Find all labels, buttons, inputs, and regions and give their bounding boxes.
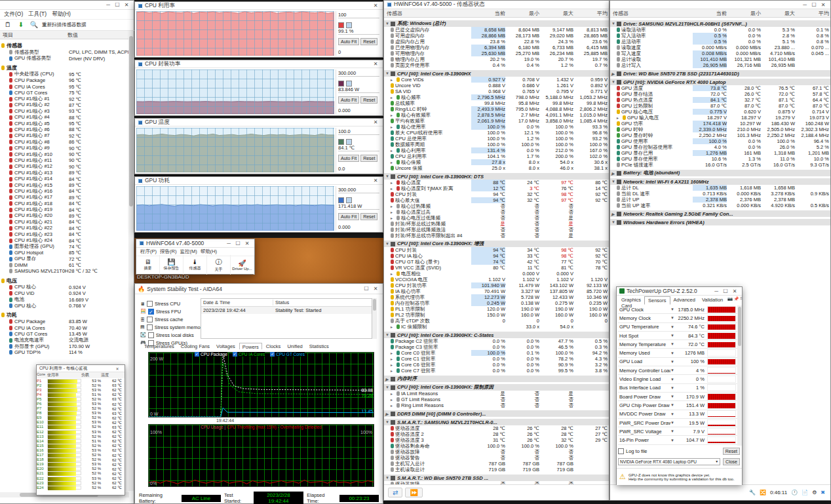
expand-arrow-icon[interactable]: ▼	[611, 80, 616, 84]
sensor-row[interactable]: 页面文件使用率0.4 %0.4 %1.2 %0.7 %	[384, 62, 609, 68]
sensor-group-header[interactable]: ▼S.M.A.R.T.: WD Blue SN570 2TB SSD ...	[384, 475, 609, 481]
sensor-group-header[interactable]: ▼CPU [#0]: Intel Core i9-13900HX	[384, 70, 609, 77]
legend-checkbox-checked[interactable]: ✓	[270, 352, 275, 357]
expand-arrow-icon[interactable]: ▼	[385, 242, 390, 246]
minimize-icon[interactable]: ─	[104, 2, 113, 8]
expand-arrow-icon[interactable]: ▼	[385, 385, 390, 389]
clock-icon[interactable]: 🕐	[791, 490, 798, 495]
tab-validation[interactable]: Validation	[699, 296, 726, 305]
gpuz-sensor-row[interactable]: GPU Clock▼1785.0 MHz	[618, 305, 737, 314]
dropdown-arrow-icon[interactable]: ▼	[670, 438, 677, 442]
sensor-group-header[interactable]: ▼Drive: SAMSUNG MZVL21T0HCLR-00BH1 (S67V…	[610, 20, 830, 27]
aida-titlebar[interactable]: ─☐✕	[0, 1, 134, 10]
sensor-group-header[interactable]: ▶Battery: 电池 (abundant)	[610, 170, 830, 176]
tab-powers[interactable]: Powers	[239, 343, 262, 349]
gpuz-sensor-row[interactable]: Hot Spot▼84.3 °C	[618, 332, 737, 340]
checkbox-unchecked[interactable]	[147, 317, 153, 322]
sensor-row[interactable]: 主机读取总计719 GB719 GB719 GB	[384, 467, 609, 473]
dropdown-arrow-icon[interactable]: ▼	[670, 368, 677, 372]
sensor-row[interactable]: CPU #1/核心 #2484 ℃	[0, 237, 129, 243]
stability-titlebar[interactable]: 🔥System Stability Test - AIDA64☐✕	[135, 284, 383, 294]
gpuz-sensor-row[interactable]: GPU Chip Power Draw▼151.4 W	[618, 401, 737, 410]
column-sensor[interactable]: 传感器	[384, 10, 471, 17]
close-icon[interactable]: ✕	[371, 119, 380, 125]
sensor-row[interactable]: ▸Ring Limit Reasons否否否	[384, 402, 609, 408]
close-icon[interactable]: ✕	[730, 288, 739, 294]
gpuz-sensor-row[interactable]: Memory Clock▼2250.2 MHz	[618, 314, 737, 322]
row-expand-icon[interactable]: ▸	[391, 113, 395, 117]
column-max[interactable]: 最大	[539, 10, 573, 17]
scrollbar-thumb[interactable]	[129, 36, 133, 206]
maximize-icon[interactable]: ☐	[809, 2, 819, 8]
dropdown-arrow-icon[interactable]: ▼	[670, 403, 677, 407]
row-expand-icon[interactable]: ▸	[391, 362, 395, 367]
sensor-group-header[interactable]: ▼GPU [#0]: NVIDIA GeForce RTX 4080 Lapto…	[610, 79, 830, 85]
sensor-row[interactable]: ▸Core C7 驻留率0.0 %0.0 %99.5 %3.8 %	[384, 368, 609, 374]
sensor-row[interactable]: CPU #1/核心 #1984 ℃	[0, 206, 129, 212]
dropdown-arrow-icon[interactable]: ▼	[670, 325, 677, 329]
row-expand-icon[interactable]: ▸	[391, 125, 395, 129]
toolbar-button-about[interactable]: ⓘ关于	[207, 255, 231, 275]
sensor-section-header[interactable]: 电压	[0, 277, 129, 284]
sensor-row[interactable]: CPU #1/核心 #1290 ℃	[0, 164, 129, 170]
sensor-row[interactable]: GPU 显存72 ℃	[0, 256, 129, 262]
gpuz-sensor-row[interactable]: Memory Controller Load▼4 %	[618, 366, 737, 375]
sensor-row[interactable]: GPU 核心0.768 V	[0, 303, 129, 309]
sensor-group-header[interactable]: ▼CPU [#0]: Intel Core i9-13900HX: 限制原因	[384, 384, 609, 391]
checkbox-unchecked[interactable]	[147, 301, 153, 307]
auto-fit-button[interactable]: Auto Fit	[338, 213, 359, 220]
log-scrollbar[interactable]	[372, 298, 377, 339]
stress-option-3[interactable]: ▤Stress system memory	[140, 323, 206, 331]
legend-secondary-swatch[interactable]	[346, 197, 352, 203]
sensor-row[interactable]: CPU Package96 ℃	[0, 77, 129, 83]
row-expand-icon[interactable]: ▸	[391, 368, 395, 373]
tab-cooling-fans[interactable]: Cooling Fans	[178, 343, 212, 349]
column-min[interactable]: 最小	[505, 10, 539, 17]
menu-icon[interactable]: ≡	[740, 296, 743, 305]
sensor-row[interactable]: Uncore 倍频25.0 x8.0 x46.0 x38.1 x	[384, 165, 609, 171]
sensor-row[interactable]: CPU IA Cores70.40 W	[0, 325, 129, 331]
sensor-row[interactable]: ▸IC 倍频限制33.0 x54.0 x	[384, 324, 609, 330]
menu-item[interactable]: 工具(T)	[28, 10, 47, 18]
sensor-section-header[interactable]: 传感器	[0, 42, 129, 49]
checkbox-unchecked[interactable]	[147, 324, 153, 330]
tab-voltages[interactable]: Voltages	[214, 343, 238, 349]
share-icon[interactable]: 🔀	[760, 490, 766, 495]
stress-option-2[interactable]: 🗄Stress cache	[140, 315, 206, 323]
toolbar-button-sensors[interactable]: 🌡传感器	[184, 255, 207, 275]
stress-option-4[interactable]: 💽Stress local disks	[140, 331, 206, 339]
reset-button[interactable]: Reset	[360, 96, 377, 104]
sensor-row[interactable]: CPU #1/核心 #1190 ℃	[0, 157, 129, 163]
column-avg[interactable]: 平均	[573, 10, 608, 17]
core-monitor-titlebar[interactable]: CPU 利用率 - 每核心监视✕	[37, 365, 125, 372]
sensor-row[interactable]: CPU #1/核心 #792 ℃	[0, 133, 129, 139]
close-icon[interactable]: ✕	[113, 366, 122, 371]
maximize-icon[interactable]: ☐	[113, 2, 122, 8]
log-column-datetime[interactable]: Date & Time	[201, 300, 273, 305]
sensor-row[interactable]: CPU #1/核心 #990 ℃	[0, 145, 129, 151]
auto-fit-button[interactable]: Auto Fit	[338, 155, 359, 162]
sensor-row[interactable]: CPU #1/核心 #2184 ℃	[0, 219, 129, 225]
sensor-row[interactable]: 总计写入26,905 MB26,716 MB26,935 MB	[610, 62, 830, 68]
expand-arrow-icon[interactable]: ▼	[611, 220, 616, 224]
sensor-row[interactable]: 电池充电速率交流电源	[0, 337, 129, 343]
dropdown-arrow-icon[interactable]: ▼	[670, 360, 677, 364]
gpuz-sensor-row[interactable]: Memory Temperature▼72.0 °C	[618, 340, 737, 349]
report-icon[interactable]: 🗒	[3, 20, 13, 29]
minimize-icon[interactable]: ─	[712, 288, 721, 294]
sensor-group-header[interactable]: ▼S.M.A.R.T.: SAMSUNG MZVL21T0HCLR-0...	[384, 419, 609, 425]
legend-checkbox-checked[interactable]: ✓	[195, 352, 199, 357]
row-expand-icon[interactable]: ▸	[391, 204, 395, 208]
row-expand-icon[interactable]: ▸	[391, 397, 395, 402]
row-expand-icon[interactable]: ▸	[391, 180, 395, 185]
legend-color-swatch[interactable]	[338, 22, 344, 28]
sensor-row[interactable]: CPU #1/核心 #393 ℃	[0, 108, 129, 114]
tab-sensors[interactable]: Sensors	[644, 296, 670, 305]
device-select[interactable]: NVIDIA GeForce RTX 4080 Laptop GPU▼	[618, 458, 720, 465]
sensor-row[interactable]: CPU 核心0.924 V	[0, 284, 129, 290]
collapse-arrow-icon[interactable]: ▶	[611, 212, 616, 216]
legend-secondary-swatch[interactable]	[346, 22, 352, 28]
legend-item[interactable]: ✓CPU GT Cores	[270, 352, 305, 357]
log-checkbox[interactable]	[618, 448, 624, 454]
sensor-row[interactable]: CPU #1/核心 #595 ℃	[0, 121, 129, 126]
